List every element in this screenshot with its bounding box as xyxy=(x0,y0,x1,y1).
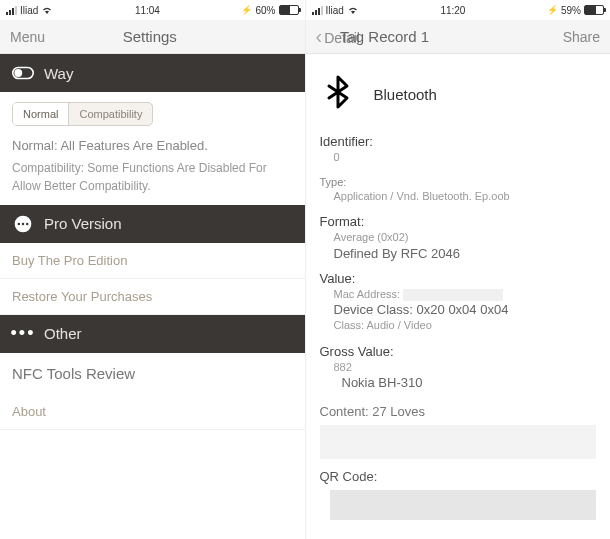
battery-percent: 60% xyxy=(255,5,275,16)
content-box xyxy=(320,425,597,459)
nav-bar: Menu Settings xyxy=(0,20,305,54)
status-bar: Iliad 11:04 ⚡ 60% xyxy=(0,0,305,20)
gross-label: Gross Value: xyxy=(320,344,597,359)
carrier-label: Iliad xyxy=(326,5,344,16)
mac-redacted xyxy=(403,289,503,301)
toggle-icon xyxy=(12,62,34,84)
charging-icon: ⚡ xyxy=(241,5,252,15)
about-row[interactable]: About xyxy=(0,394,305,430)
share-button[interactable]: Share xyxy=(563,29,600,45)
clock: 11:04 xyxy=(135,5,160,16)
bluetooth-title: Bluetooth xyxy=(374,86,437,103)
bluetooth-header: Bluetooth xyxy=(320,62,597,126)
dots-icon: ••• xyxy=(12,323,34,345)
section-pro: Pro Version xyxy=(0,205,305,243)
format-line2: Defined By RFC 2046 xyxy=(334,246,597,261)
identifier-label: Identifier: xyxy=(320,134,597,149)
qr-label: QR Code: xyxy=(320,469,597,484)
content-label: Content: 27 Loves xyxy=(320,404,597,419)
gross-line1: 882 xyxy=(334,359,597,376)
svg-point-3 xyxy=(18,222,21,225)
signal-icon xyxy=(312,6,323,15)
type-label: Type: xyxy=(320,176,597,188)
qr-box xyxy=(330,490,597,520)
format-line1: Average (0x02) xyxy=(334,229,597,246)
page-title: Tag Record 1 xyxy=(340,28,563,45)
value-mac: Mac Address: xyxy=(334,286,597,303)
seg-normal[interactable]: Normal xyxy=(13,103,68,125)
carrier-label: Iliad xyxy=(20,5,38,16)
svg-point-5 xyxy=(26,222,29,225)
buy-pro-row[interactable]: Buy The Pro Edition xyxy=(0,243,305,279)
section-pro-label: Pro Version xyxy=(44,215,122,232)
desc-normal: Normal: All Features Are Enabled. xyxy=(12,136,293,156)
type-value: Application / Vnd. Bluetooth. Ep.oob xyxy=(334,188,597,205)
menu-button[interactable]: Menu xyxy=(10,29,45,45)
svg-point-1 xyxy=(15,70,21,76)
nav-bar: ‹Detail Tag Record 1 Share xyxy=(306,20,611,54)
svg-point-4 xyxy=(22,222,25,225)
format-label: Format: xyxy=(320,214,597,229)
section-way: Way xyxy=(0,54,305,92)
desc-compat: Compatibility: Some Functions Are Disabl… xyxy=(12,159,293,195)
section-other-label: Other xyxy=(44,325,82,342)
value-label: Value: xyxy=(320,271,597,286)
gross-line2: Nokia BH-310 xyxy=(342,375,597,390)
charging-icon: ⚡ xyxy=(547,5,558,15)
mode-description: Normal: All Features Are Enabled. Compat… xyxy=(0,136,305,205)
wifi-icon xyxy=(41,5,53,16)
battery-icon xyxy=(279,5,299,15)
wifi-icon xyxy=(347,5,359,16)
section-way-label: Way xyxy=(44,65,73,82)
seg-compat[interactable]: Compatibility xyxy=(68,103,152,125)
detail-screen: Iliad 11:20 ⚡ 59% ‹Detail Tag Record 1 S… xyxy=(306,0,611,539)
chevron-left-icon: ‹ xyxy=(316,25,323,47)
restore-row[interactable]: Restore Your Purchases xyxy=(0,279,305,315)
battery-percent: 59% xyxy=(561,5,581,16)
signal-icon xyxy=(6,6,17,15)
comment-icon xyxy=(12,213,34,235)
settings-screen: Iliad 11:04 ⚡ 60% Menu Settings Way Norm… xyxy=(0,0,306,539)
value-class: Class: Audio / Video xyxy=(334,317,597,334)
bluetooth-icon xyxy=(320,74,356,114)
identifier-value: 0 xyxy=(334,149,597,166)
status-bar: Iliad 11:20 ⚡ 59% xyxy=(306,0,611,20)
mode-segmented[interactable]: Normal Compatibility xyxy=(12,102,153,126)
page-title: Settings xyxy=(45,28,254,45)
battery-icon xyxy=(584,5,604,15)
clock: 11:20 xyxy=(440,5,465,16)
value-devclass: Device Class: 0x20 0x04 0x04 xyxy=(334,302,597,317)
section-other: ••• Other xyxy=(0,315,305,353)
review-row[interactable]: NFC Tools Review xyxy=(0,353,305,394)
